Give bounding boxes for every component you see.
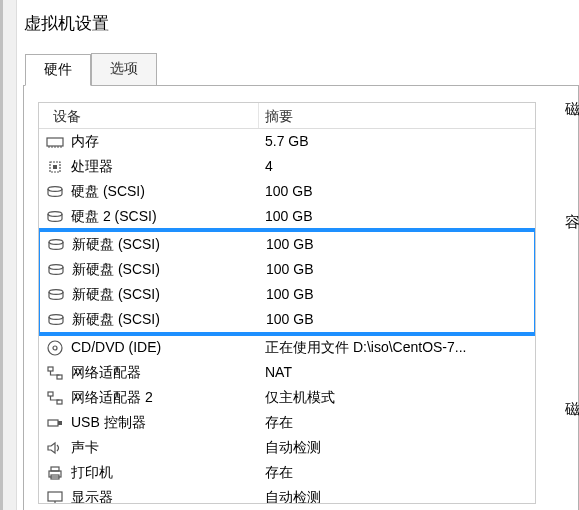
- svg-point-12: [49, 289, 63, 294]
- device-cell: CD/DVD (IDE): [39, 335, 259, 360]
- device-summary: 100 GB: [260, 307, 534, 332]
- device-row[interactable]: 硬盘 2 (SCSI)100 GB: [39, 204, 535, 229]
- left-edge: [3, 0, 17, 510]
- tab-options[interactable]: 选项: [91, 53, 157, 85]
- device-cell: 处理器: [39, 154, 259, 179]
- disk-icon: [46, 261, 66, 279]
- svg-point-10: [49, 239, 63, 244]
- device-row[interactable]: 声卡自动检测: [39, 435, 535, 460]
- svg-point-9: [48, 211, 62, 216]
- device-row[interactable]: 网络适配器 2仅主机模式: [39, 385, 535, 410]
- svg-point-15: [53, 346, 57, 350]
- device-cell: 网络适配器: [39, 360, 259, 385]
- device-name: 新硬盘 (SCSI): [72, 307, 160, 332]
- device-cell: 打印机: [39, 460, 259, 485]
- right-cut-labels: 磁 容 磁: [565, 100, 579, 510]
- device-cell: 内存: [39, 129, 259, 154]
- device-name: 新硬盘 (SCSI): [72, 232, 160, 257]
- device-name: 新硬盘 (SCSI): [72, 282, 160, 307]
- device-summary: 存在: [259, 460, 535, 485]
- device-row[interactable]: 新硬盘 (SCSI)100 GB: [40, 307, 534, 332]
- device-summary: 100 GB: [260, 282, 534, 307]
- device-summary: 100 GB: [259, 179, 535, 204]
- svg-point-8: [48, 186, 62, 191]
- cpu-icon: [45, 158, 65, 176]
- device-name: 打印机: [71, 460, 113, 485]
- svg-rect-23: [51, 467, 59, 471]
- device-summary: 自动检测: [259, 485, 535, 504]
- svg-rect-21: [58, 421, 62, 425]
- right-label-3: 磁: [565, 400, 579, 419]
- device-summary: 5.7 GB: [259, 129, 535, 154]
- right-label-2: 容: [565, 213, 579, 232]
- device-summary: 4: [259, 154, 535, 179]
- network-icon: [45, 389, 65, 407]
- sound-icon: [45, 439, 65, 457]
- svg-rect-17: [57, 375, 62, 379]
- device-row[interactable]: CD/DVD (IDE)正在使用文件 D:\iso\CentOS-7...: [39, 335, 535, 360]
- device-name: CD/DVD (IDE): [71, 335, 161, 360]
- svg-rect-20: [48, 420, 58, 426]
- device-row[interactable]: USB 控制器存在: [39, 410, 535, 435]
- device-name: 处理器: [71, 154, 113, 179]
- device-summary: 100 GB: [260, 257, 534, 282]
- display-icon: [45, 489, 65, 505]
- device-cell: 声卡: [39, 435, 259, 460]
- memory-icon: [45, 133, 65, 151]
- device-cell: 新硬盘 (SCSI): [40, 307, 260, 332]
- device-summary: 仅主机模式: [259, 385, 535, 410]
- hardware-panel: 设备 摘要 内存5.7 GB处理器4硬盘 (SCSI)100 GB硬盘 2 (S…: [23, 85, 579, 510]
- tab-hardware[interactable]: 硬件: [25, 54, 91, 86]
- svg-rect-25: [48, 492, 62, 501]
- device-summary: 100 GB: [260, 232, 534, 257]
- device-name: 内存: [71, 129, 99, 154]
- device-name: 网络适配器 2: [71, 385, 153, 410]
- disk-icon: [46, 236, 66, 254]
- device-cell: 新硬盘 (SCSI): [40, 282, 260, 307]
- device-name: 硬盘 (SCSI): [71, 179, 145, 204]
- device-cell: USB 控制器: [39, 410, 259, 435]
- device-cell: 硬盘 (SCSI): [39, 179, 259, 204]
- device-row[interactable]: 显示器自动检测: [39, 485, 535, 504]
- svg-rect-19: [57, 400, 62, 404]
- device-rows: 内存5.7 GB处理器4硬盘 (SCSI)100 GB硬盘 2 (SCSI)10…: [39, 129, 535, 504]
- disc-icon: [45, 339, 65, 357]
- window: 虚拟机设置 硬件 选项 设备 摘要 内存5.7 GB处理器4硬盘 (SCSI)1…: [0, 0, 579, 510]
- device-list: 设备 摘要 内存5.7 GB处理器4硬盘 (SCSI)100 GB硬盘 2 (S…: [38, 102, 536, 504]
- device-row[interactable]: 内存5.7 GB: [39, 129, 535, 154]
- device-summary: 100 GB: [259, 204, 535, 229]
- device-cell: 新硬盘 (SCSI): [40, 257, 260, 282]
- device-name: 显示器: [71, 485, 113, 504]
- disk-icon: [45, 208, 65, 226]
- header-device: 设备: [39, 103, 259, 128]
- device-summary: NAT: [259, 360, 535, 385]
- device-cell: 新硬盘 (SCSI): [40, 232, 260, 257]
- device-cell: 硬盘 2 (SCSI): [39, 204, 259, 229]
- header-summary: 摘要: [259, 103, 535, 128]
- device-row[interactable]: 新硬盘 (SCSI)100 GB: [40, 282, 534, 307]
- device-name: 硬盘 2 (SCSI): [71, 204, 157, 229]
- device-row[interactable]: 打印机存在: [39, 460, 535, 485]
- disk-icon: [46, 311, 66, 329]
- device-cell: 显示器: [39, 485, 259, 504]
- device-row[interactable]: 处理器4: [39, 154, 535, 179]
- disk-icon: [46, 286, 66, 304]
- device-row[interactable]: 新硬盘 (SCSI)100 GB: [40, 257, 534, 282]
- svg-point-11: [49, 264, 63, 269]
- device-summary: 存在: [259, 410, 535, 435]
- device-name: 新硬盘 (SCSI): [72, 257, 160, 282]
- device-row[interactable]: 网络适配器NAT: [39, 360, 535, 385]
- device-name: USB 控制器: [71, 410, 146, 435]
- network-icon: [45, 364, 65, 382]
- disk-icon: [45, 183, 65, 201]
- device-name: 网络适配器: [71, 360, 141, 385]
- svg-rect-16: [48, 367, 53, 371]
- device-row[interactable]: 新硬盘 (SCSI)100 GB: [40, 232, 534, 257]
- svg-point-13: [49, 314, 63, 319]
- window-title: 虚拟机设置: [4, 0, 579, 53]
- printer-icon: [45, 464, 65, 482]
- svg-rect-0: [47, 138, 63, 146]
- device-summary: 自动检测: [259, 435, 535, 460]
- device-row[interactable]: 硬盘 (SCSI)100 GB: [39, 179, 535, 204]
- svg-rect-18: [48, 392, 53, 396]
